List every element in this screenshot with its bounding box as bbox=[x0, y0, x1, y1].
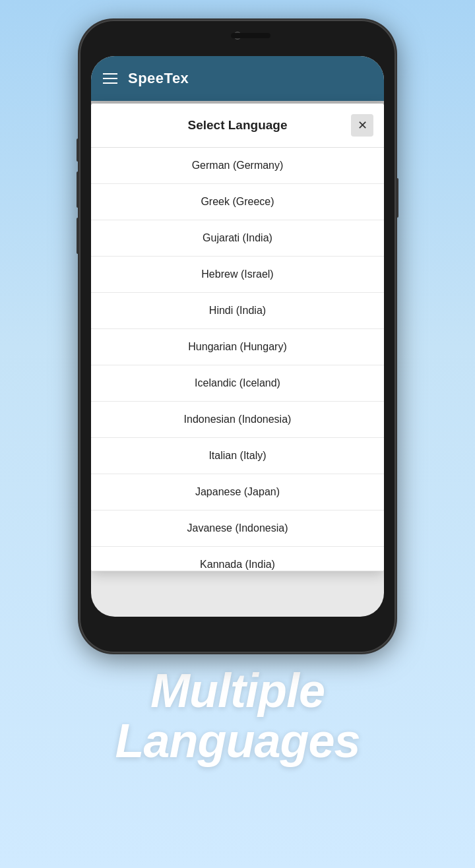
app-header: SpeeTex bbox=[91, 56, 384, 101]
language-item[interactable]: Hindi (India) bbox=[91, 293, 384, 329]
language-item[interactable]: Gujarati (India) bbox=[91, 220, 384, 257]
dialog-header: Select Language ✕ bbox=[91, 104, 384, 148]
language-item[interactable]: Icelandic (Iceland) bbox=[91, 365, 384, 402]
language-list: German (Germany)Greek (Greece)Gujarati (… bbox=[91, 148, 384, 571]
language-item[interactable]: Greek (Greece) bbox=[91, 184, 384, 220]
promo-line1: Multiple bbox=[115, 666, 360, 716]
language-item[interactable]: German (Germany) bbox=[91, 148, 384, 184]
language-item[interactable]: Hebrew (Israel) bbox=[91, 257, 384, 293]
menu-button[interactable] bbox=[103, 73, 117, 84]
phone-speaker bbox=[231, 33, 270, 38]
language-dialog: Select Language ✕ German (Germany)Greek … bbox=[91, 104, 384, 571]
promo-line2: Languages bbox=[115, 716, 360, 766]
promo-text: Multiple Languages bbox=[88, 666, 386, 766]
phone-frame: SpeeTex Select Language ✕ German (German… bbox=[79, 20, 396, 653]
power-button bbox=[396, 178, 398, 218]
close-dialog-button[interactable]: ✕ bbox=[351, 114, 373, 137]
dialog-title: Select Language bbox=[124, 118, 351, 133]
phone-screen: SpeeTex Select Language ✕ German (German… bbox=[91, 56, 384, 617]
volume-down-button bbox=[77, 171, 79, 208]
app-content: Select Language ✕ German (Germany)Greek … bbox=[91, 101, 384, 117]
silent-button bbox=[77, 218, 79, 254]
app-title: SpeeTex bbox=[128, 70, 189, 87]
language-item[interactable]: Indonesian (Indonesia) bbox=[91, 402, 384, 438]
language-item[interactable]: Kannada (India) bbox=[91, 547, 384, 571]
language-item[interactable]: Italian (Italy) bbox=[91, 438, 384, 474]
language-item[interactable]: Hungarian (Hungary) bbox=[91, 329, 384, 365]
language-item[interactable]: Javanese (Indonesia) bbox=[91, 511, 384, 547]
dialog-overlay: Select Language ✕ German (Germany)Greek … bbox=[91, 101, 384, 117]
language-item[interactable]: Japanese (Japan) bbox=[91, 474, 384, 511]
phone-body: SpeeTex Select Language ✕ German (German… bbox=[79, 20, 396, 653]
volume-up-button bbox=[77, 139, 79, 162]
